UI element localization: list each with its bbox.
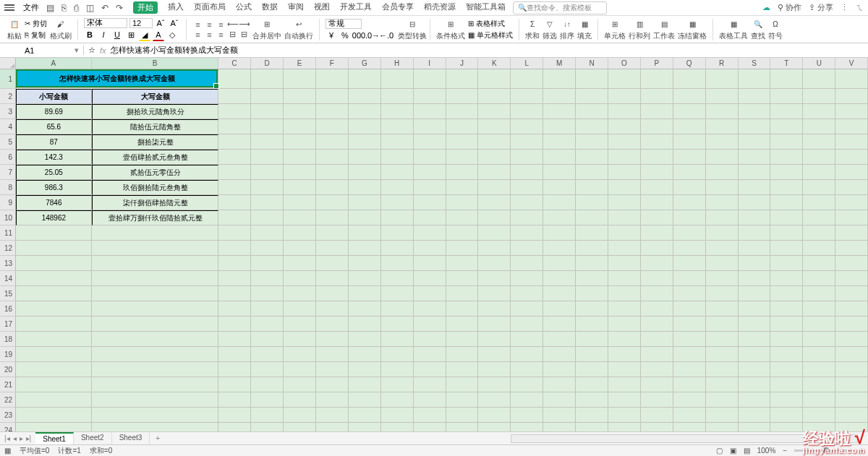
fill-color-button[interactable]: ◢ [139,30,150,41]
comma-icon[interactable]: 000 [353,30,365,40]
percent-icon[interactable]: % [339,30,351,40]
rowcol-button[interactable]: ▥行和列 [629,17,650,41]
sheet-tab[interactable]: Sheet1 [35,432,74,444]
cut-button[interactable]: ✂ 剪切 [25,19,47,29]
hamburger-icon[interactable] [4,4,14,11]
symbol-button[interactable]: Ω符号 [768,17,783,41]
dec-decimal-icon[interactable]: ←.0 [380,30,392,40]
more-icon[interactable]: ⋮ [841,3,848,12]
table-tool-button[interactable]: ▦表格工具 [719,17,748,41]
font-color-button[interactable]: A [153,30,164,41]
tab-resource[interactable]: 稻壳资源 [424,1,456,14]
sort-button[interactable]: ↓↑排序 [560,17,574,41]
collapse-icon[interactable]: ㄟ [856,2,864,13]
tab-view[interactable]: 视图 [314,1,330,14]
status-sum: 求和=0 [90,446,112,456]
preview-icon[interactable]: ◫ [86,3,94,13]
fx-icon[interactable]: fx [100,46,106,55]
paste-button[interactable]: 📋粘贴 [7,17,22,41]
view-icon[interactable]: ▤ [744,447,750,455]
dec-font-icon[interactable]: Aˇ [169,18,180,28]
search-input[interactable]: 🔍 查找命令、搜索模板 [513,1,607,14]
tab-insert[interactable]: 插入 [168,1,184,14]
status-avg: 平均值=0 [20,446,49,456]
tab-pagelayout[interactable]: 页面布局 [194,1,226,14]
undo-icon[interactable]: ↶ [101,3,109,13]
sheet-tab[interactable]: Sheet2 [74,432,112,444]
sum-button[interactable]: Σ求和 [525,17,540,41]
name-box[interactable]: A1▾ [20,46,84,55]
cloud-icon[interactable]: ☁ [762,3,770,12]
number-format-select[interactable] [326,19,362,29]
border-button[interactable]: ⊞ [125,30,137,41]
autowrap-button[interactable]: ↩自动换行 [284,17,313,41]
nav-next-icon[interactable]: ▸ [20,434,23,442]
sheet-button[interactable]: ▤工作表 [653,17,675,41]
cond-format-button[interactable]: ⊞条件格式 [436,17,465,41]
ribbon-tabs: 开始 插入 页面布局 公式 数据 审阅 视图 开发工具 会员专享 稻壳资源 智能… [133,1,506,14]
zoom-out-icon[interactable]: − [783,447,787,455]
cell-style-button[interactable]: ▦ 单元格样式 [468,30,513,40]
format-painter-button[interactable]: 🖌格式刷 [50,17,72,41]
search-placeholder: 查找命令、搜索模板 [527,3,592,13]
watermark: 经验啦 √ jingyanla.com [803,428,865,455]
function-icon[interactable]: ☆ [88,46,95,55]
find-button[interactable]: 🔍查找 [751,17,765,41]
tab-review[interactable]: 审阅 [288,1,304,14]
sheet-tab[interactable]: Sheet3 [112,432,150,444]
tab-formula[interactable]: 公式 [236,1,252,14]
quick-access-bar: ▤ ⎘ ⎙ ◫ ↶ ↷ [46,3,123,13]
zoom-value: 100% [757,447,776,455]
underline-button[interactable]: U [111,30,123,41]
copy-button[interactable]: ⎘ 复制 [25,30,47,40]
new-icon[interactable]: ⎘ [61,3,67,13]
font-select[interactable] [84,18,127,28]
italic-button[interactable]: I [98,30,109,41]
layout-icon[interactable]: ▦ [4,447,11,455]
table-style-button[interactable]: ⊞ 表格样式 [468,19,513,29]
size-select[interactable] [129,18,153,28]
ribbon-toolbar: 📋粘贴 ✂ 剪切 ⎘ 复制 🖌格式刷 Aˆ Aˇ B I U ⊞ ◢ A ◇ ≡… [0,16,868,43]
status-count: 计数=1 [58,446,80,456]
tab-smarttool[interactable]: 智能工具箱 [466,1,506,14]
nav-last-icon[interactable]: ▸| [26,434,32,442]
status-bar: ▦ 平均值=0 计数=1 求和=0 ▢ ▣ ▤ 100% − + [0,444,868,456]
currency-icon[interactable]: ¥ [326,30,337,40]
nav-prev-icon[interactable]: ◂ [13,434,17,442]
align-buttons[interactable]: ≡≡≡⟵⟶ ≡≡≡⊟⊟ [192,20,250,39]
sheet-tab-bar: |◂ ◂ ▸ ▸| Sheet1 Sheet2 Sheet3 + [0,431,868,444]
share-button[interactable]: ⇪ 分享 [809,2,833,13]
cells-button[interactable]: ⊞单元格 [604,17,626,41]
redo-icon[interactable]: ↷ [116,3,123,13]
row-headers[interactable]: 123456789101112131415161718192021222324 [0,69,16,438]
clear-format-icon[interactable]: ◇ [166,30,178,41]
cell-area[interactable]: 怎样快速将小写金额转换成大写金额小写金额大写金额89.69捌拾玖元陆角玖分65.… [16,69,868,445]
tab-data[interactable]: 数据 [262,1,278,14]
tab-dev[interactable]: 开发工具 [340,1,372,14]
merge-button[interactable]: ⊞合并居中 [252,17,281,41]
print-icon[interactable]: ⎙ [74,3,79,13]
nav-first-icon[interactable]: |◂ [4,434,10,442]
inc-decimal-icon[interactable]: .0→ [367,30,378,40]
select-all-corner[interactable] [0,58,16,69]
view-icon[interactable]: ▢ [716,447,723,455]
filter-button[interactable]: ▽筛选 [542,17,557,41]
freeze-button[interactable]: ▦冻结窗格 [678,17,707,41]
column-headers[interactable]: ABCDEFGHIJKLMNOPQRSTUV [16,58,868,69]
file-menu[interactable]: 文件 [19,1,43,14]
tab-member[interactable]: 会员专享 [382,1,414,14]
view-icon[interactable]: ▣ [730,447,736,455]
formula-bar: A1▾ ☆ fx 怎样快速将小写金额转换成大写金额 [0,43,868,58]
add-sheet-button[interactable]: + [150,434,166,442]
tab-start[interactable]: 开始 [133,1,158,14]
fill-button[interactable]: ▦填充 [577,17,592,41]
type-convert-button[interactable]: ⊟类型转换 [398,17,427,41]
spreadsheet-grid[interactable]: ABCDEFGHIJKLMNOPQRSTUV 12345678910111213… [0,58,868,445]
formula-content[interactable]: 怎样快速将小写金额转换成大写金额 [111,45,238,56]
collab-button[interactable]: ⚲ 协作 [778,2,801,13]
bold-button[interactable]: B [84,30,95,41]
inc-font-icon[interactable]: Aˆ [155,18,166,28]
menu-bar: 文件 ▤ ⎘ ⎙ ◫ ↶ ↷ 开始 插入 页面布局 公式 数据 审阅 视图 开发… [0,0,868,16]
save-icon[interactable]: ▤ [46,3,54,13]
